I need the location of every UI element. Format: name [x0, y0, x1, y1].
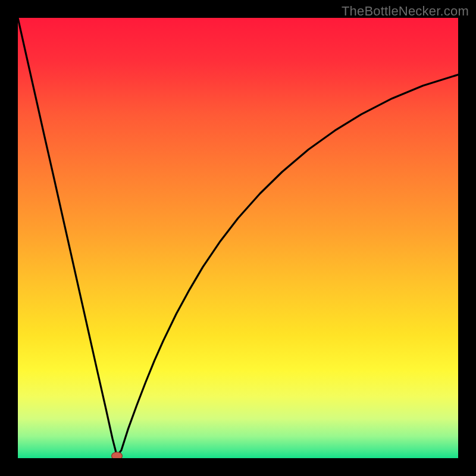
optimum-marker	[112, 452, 123, 458]
watermark-label: TheBottleNecker.com	[342, 4, 469, 19]
bottleneck-chart	[18, 18, 458, 458]
gradient-background	[18, 18, 458, 458]
chart-frame	[18, 18, 458, 458]
